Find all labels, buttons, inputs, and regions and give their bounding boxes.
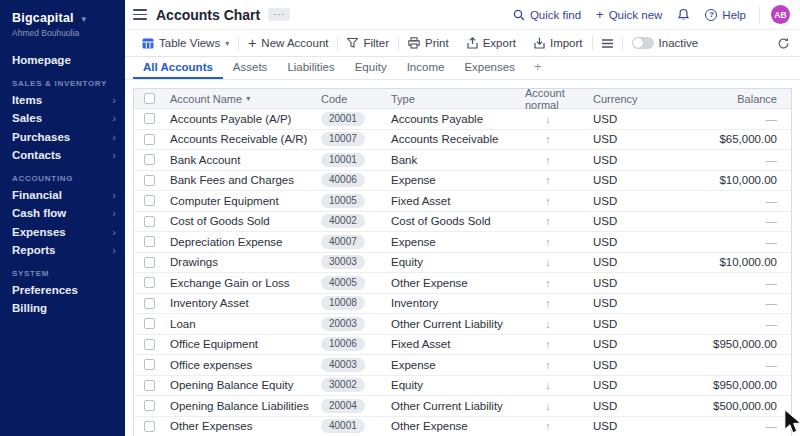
account-name-cell[interactable]: Opening Balance Liabilities bbox=[164, 396, 321, 416]
table-row[interactable]: Accounts Receivable (A/R) 10007 Accounts… bbox=[134, 130, 791, 151]
table-row[interactable]: Bank Account 10001 Bank ↑ USD — bbox=[134, 150, 791, 171]
row-checkbox[interactable] bbox=[144, 421, 155, 432]
row-checkbox[interactable] bbox=[144, 257, 155, 268]
tab-expenses[interactable]: Expenses bbox=[454, 57, 525, 79]
help-button[interactable]: ? Help bbox=[705, 9, 746, 21]
column-header-currency[interactable]: Currency bbox=[579, 89, 665, 108]
tab-liabilities[interactable]: Liabilities bbox=[277, 57, 344, 79]
quick-new-button[interactable]: + Quick new bbox=[596, 8, 662, 21]
row-checkbox[interactable] bbox=[144, 339, 155, 350]
account-name-cell[interactable]: Drawings bbox=[164, 253, 321, 273]
balance-cell: — bbox=[665, 417, 791, 436]
menu-icon[interactable] bbox=[133, 9, 147, 20]
table-row[interactable]: Accounts Payable (A/P) 20001 Accounts Pa… bbox=[134, 109, 791, 130]
table-views-button[interactable]: Table Views ▾ bbox=[133, 30, 238, 56]
balance-cell: $500,000.00 bbox=[665, 396, 791, 416]
row-checkbox[interactable] bbox=[144, 175, 155, 186]
toggle-switch-off[interactable] bbox=[632, 37, 654, 49]
tab-equity[interactable]: Equity bbox=[345, 57, 397, 79]
table-row[interactable]: Opening Balance Equity 30002 Equity ↓ US… bbox=[134, 376, 791, 397]
export-button[interactable]: Export bbox=[458, 30, 525, 56]
account-type-cell: Other Current Liability bbox=[391, 396, 517, 416]
balance-cell: $10,000.00 bbox=[665, 171, 791, 191]
sidebar-item-sales[interactable]: Sales› bbox=[0, 109, 125, 128]
account-name-cell[interactable]: Office Equipment bbox=[164, 335, 321, 355]
account-name-cell[interactable]: Cost of Goods Sold bbox=[164, 212, 321, 232]
tab-assets[interactable]: Assets bbox=[223, 57, 278, 79]
row-checkbox[interactable] bbox=[144, 113, 155, 124]
table-row[interactable]: Office Equipment 10006 Fixed Asset ↑ USD… bbox=[134, 335, 791, 356]
balance-cell: $950,000.00 bbox=[665, 376, 791, 396]
account-name-cell[interactable]: Office expenses bbox=[164, 355, 321, 375]
currency-cell: USD bbox=[579, 294, 665, 314]
account-name-cell[interactable]: Depreciation Expense bbox=[164, 232, 321, 252]
sidebar-item-items[interactable]: Items› bbox=[0, 91, 125, 110]
column-header-balance[interactable]: Balance bbox=[665, 89, 791, 108]
account-name-cell[interactable]: Accounts Payable (A/P) bbox=[164, 109, 321, 129]
account-name-cell[interactable]: Exchange Gain or Loss bbox=[164, 273, 321, 293]
row-checkbox[interactable] bbox=[144, 236, 155, 247]
sidebar-item-financial[interactable]: Financial› bbox=[0, 186, 125, 205]
row-density-button[interactable] bbox=[593, 30, 622, 56]
account-name-cell[interactable]: Other Expenses bbox=[164, 417, 321, 436]
account-name-cell[interactable]: Loan bbox=[164, 314, 321, 334]
row-checkbox[interactable] bbox=[144, 359, 155, 370]
sidebar-item-purchases[interactable]: Purchases› bbox=[0, 128, 125, 147]
filter-button[interactable]: Filter bbox=[338, 30, 398, 56]
column-header-type[interactable]: Type bbox=[391, 89, 517, 108]
row-checkbox[interactable] bbox=[144, 216, 155, 227]
inactive-toggle[interactable]: Inactive bbox=[623, 30, 708, 56]
notifications-button[interactable] bbox=[677, 8, 690, 22]
select-all-checkbox[interactable] bbox=[144, 93, 155, 104]
workspace-switcher[interactable]: Bigcapital ▾ bbox=[0, 8, 125, 25]
table-row[interactable]: Opening Balance Liabilities 20004 Other … bbox=[134, 396, 791, 417]
row-checkbox[interactable] bbox=[144, 298, 155, 309]
account-name-cell[interactable]: Bank Fees and Charges bbox=[164, 171, 321, 191]
row-checkbox[interactable] bbox=[144, 277, 155, 288]
row-checkbox[interactable] bbox=[144, 400, 155, 411]
account-name-cell[interactable]: Opening Balance Equity bbox=[164, 376, 321, 396]
tab-income[interactable]: Income bbox=[397, 57, 455, 79]
sidebar-item-reports[interactable]: Reports› bbox=[0, 241, 125, 260]
import-button[interactable]: Import bbox=[525, 30, 592, 56]
account-name-cell[interactable]: Computer Equipment bbox=[164, 191, 321, 211]
chevron-right-icon: › bbox=[112, 241, 116, 260]
table-row[interactable]: Office expenses 40003 Expense ↑ USD — bbox=[134, 355, 791, 376]
sidebar-item-billing[interactable]: Billing bbox=[0, 299, 125, 318]
column-header-code[interactable]: Code bbox=[321, 89, 391, 108]
table-row[interactable]: Cost of Goods Sold 40002 Cost of Goods S… bbox=[134, 212, 791, 233]
refresh-button[interactable] bbox=[777, 37, 790, 50]
account-name-cell[interactable]: Accounts Receivable (A/R) bbox=[164, 130, 321, 150]
account-name-cell[interactable]: Bank Account bbox=[164, 150, 321, 170]
row-checkbox[interactable] bbox=[144, 380, 155, 391]
row-checkbox[interactable] bbox=[144, 134, 155, 145]
new-account-button[interactable]: + New Account bbox=[239, 30, 337, 56]
sidebar-item-homepage[interactable]: Homepage bbox=[0, 51, 125, 70]
table-row[interactable]: Inventory Asset 10008 Inventory ↑ USD — bbox=[134, 294, 791, 315]
table-row[interactable]: Loan 20003 Other Current Liability ↓ USD… bbox=[134, 314, 791, 335]
row-checkbox[interactable] bbox=[144, 195, 155, 206]
sidebar-item-expenses[interactable]: Expenses› bbox=[0, 223, 125, 242]
currency-cell: USD bbox=[579, 355, 665, 375]
sidebar-item-contacts[interactable]: Contacts› bbox=[0, 146, 125, 165]
row-checkbox[interactable] bbox=[144, 154, 155, 165]
table-row[interactable]: Other Expenses 40001 Other Expense ↑ USD… bbox=[134, 417, 791, 436]
account-type-cell: Other Expense bbox=[391, 273, 517, 293]
print-button[interactable]: Print bbox=[399, 30, 458, 56]
column-header-account-name[interactable]: Account Name ▾ bbox=[164, 89, 321, 108]
row-checkbox[interactable] bbox=[144, 318, 155, 329]
table-row[interactable]: Exchange Gain or Loss 40005 Other Expens… bbox=[134, 273, 791, 294]
avatar[interactable]: AB bbox=[771, 5, 790, 24]
sidebar-item-preferences[interactable]: Preferences bbox=[0, 281, 125, 300]
table-row[interactable]: Bank Fees and Charges 40006 Expense ↑ US… bbox=[134, 171, 791, 192]
add-tab-button[interactable]: + bbox=[525, 57, 551, 79]
more-button[interactable]: ··· bbox=[268, 8, 290, 21]
table-row[interactable]: Computer Equipment 10005 Fixed Asset ↑ U… bbox=[134, 191, 791, 212]
column-header-account-normal[interactable]: Account normal bbox=[517, 89, 579, 108]
quick-find-button[interactable]: Quick find bbox=[513, 9, 581, 21]
sidebar-item-cash-flow[interactable]: Cash flow› bbox=[0, 204, 125, 223]
table-row[interactable]: Depreciation Expense 40007 Expense ↑ USD… bbox=[134, 232, 791, 253]
tab-all-accounts[interactable]: All Accounts bbox=[133, 57, 223, 79]
account-name-cell[interactable]: Inventory Asset bbox=[164, 294, 321, 314]
table-row[interactable]: Drawings 30003 Equity ↓ USD $10,000.00 bbox=[134, 253, 791, 274]
